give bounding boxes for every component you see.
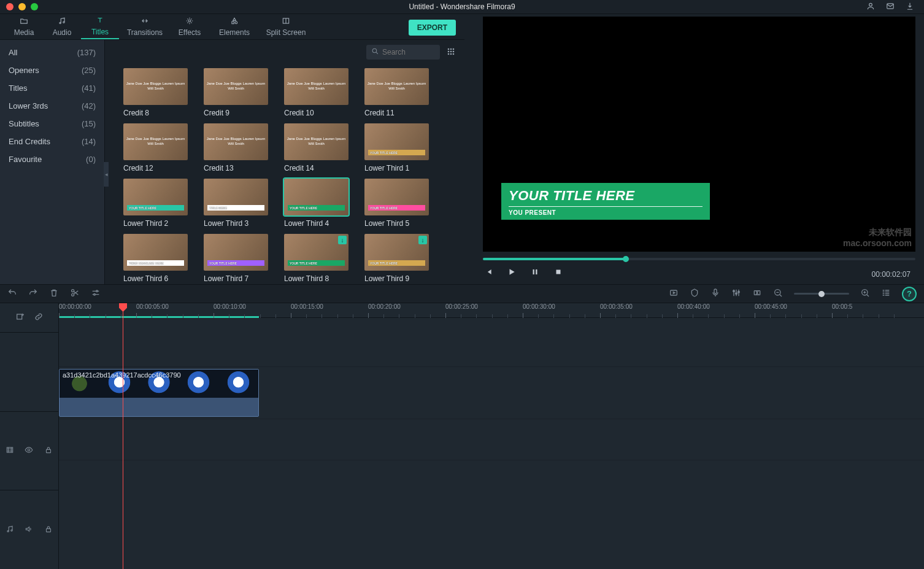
marker-button[interactable] — [690, 288, 699, 300]
title-preset-card[interactable]: Jane Doe Joe Bloggs Lauren Ipsum Will Sm… — [123, 68, 188, 117]
tab-effects[interactable]: Effects — [171, 14, 209, 39]
title-preset-card[interactable]: Jane Doe Joe Bloggs Lauren Ipsum Will Sm… — [204, 123, 268, 172]
pause-button[interactable] — [531, 268, 539, 278]
export-button[interactable]: EXPORT — [409, 20, 456, 36]
svg-point-0 — [869, 3, 872, 6]
tab-transitions[interactable]: Transitions — [119, 14, 171, 39]
voiceover-button[interactable] — [710, 288, 720, 300]
svg-point-22 — [72, 293, 74, 296]
zoom-in-button[interactable] — [860, 288, 870, 300]
video-track[interactable]: a31d3421c2bd1a439217acdcc46c3790 — [59, 367, 924, 419]
help-button[interactable]: ? — [902, 287, 917, 301]
preset-thumbnail[interactable]: Jane Doe Joe Bloggs Lauren Ipsum Will Sm… — [123, 68, 188, 105]
svg-point-2 — [60, 22, 61, 23]
preset-thumbnail[interactable]: Jane Doe Joe Bloggs Lauren Ipsum Will Sm… — [284, 68, 348, 105]
link-button[interactable] — [34, 312, 44, 323]
title-preset-card[interactable]: Jane Doe Joe Bloggs Lauren Ipsum Will Sm… — [284, 123, 348, 172]
mixer-button[interactable] — [731, 288, 741, 300]
mail-icon[interactable] — [886, 2, 895, 12]
preset-thumbnail[interactable]: YOUR TITLE HERE — [364, 123, 429, 160]
search-input[interactable] — [382, 48, 431, 56]
preset-thumbnail[interactable]: YOUR TITLE HERE↓ — [364, 234, 429, 271]
zoom-fit-button[interactable] — [881, 288, 891, 300]
title-preset-card[interactable]: Jane Doe Joe Bloggs Lauren Ipsum Will Sm… — [364, 68, 429, 117]
add-track-button[interactable] — [15, 312, 25, 323]
lock-icon[interactable] — [44, 446, 53, 456]
preset-thumbnail[interactable]: Jane Doe Joe Bloggs Lauren Ipsum Will Sm… — [123, 123, 188, 160]
speaker-icon[interactable] — [25, 525, 33, 535]
tab-audio[interactable]: Audio — [43, 14, 81, 39]
preset-thumbnail[interactable]: Jane Doe Joe Bloggs Lauren Ipsum Will Sm… — [204, 68, 268, 105]
title-preset-card[interactable]: YOUR TITLE HERELower Third 5 — [364, 179, 429, 228]
render-button[interactable] — [669, 288, 679, 300]
preset-thumbnail[interactable]: YOUR TITLE HERE↓ — [284, 234, 348, 271]
video-clip[interactable]: a31d3421c2bd1a439217acdcc46c3790 — [59, 369, 259, 417]
adjust-button[interactable] — [91, 288, 101, 300]
tab-titles[interactable]: Titles — [81, 14, 119, 39]
preset-thumbnail[interactable]: Jane Doe Joe Bloggs Lauren Ipsum Will Sm… — [364, 68, 429, 105]
sidebar-item-all[interactable]: All(137) — [0, 44, 104, 61]
title-preset-card[interactable]: Jane Doe Joe Bloggs Lauren Ipsum Will Sm… — [204, 68, 268, 117]
zoom-slider-handle[interactable] — [818, 291, 825, 297]
sidebar-item-favourite[interactable]: Favourite(0) — [0, 150, 104, 168]
playhead[interactable] — [123, 303, 123, 569]
title-preset-card[interactable]: TITLE HERELower Third 3 — [204, 179, 268, 228]
filmstrip-icon[interactable] — [6, 446, 14, 456]
text-track[interactable] — [59, 318, 924, 367]
play-button[interactable] — [507, 268, 516, 278]
tab-media[interactable]: Media — [5, 14, 43, 39]
title-preset-card[interactable]: YOUR TITLE HERELower Third 1 — [364, 123, 429, 172]
scrubber-handle[interactable] — [623, 256, 629, 262]
sidebar-item-end-credits[interactable]: End Credits(14) — [0, 133, 104, 150]
sidebar-item-openers[interactable]: Openers(25) — [0, 61, 104, 79]
delete-button[interactable] — [49, 288, 59, 300]
title-preset-card[interactable]: YOUR HEADLINE HERELower Third 6 — [123, 234, 188, 283]
redo-button[interactable] — [28, 288, 38, 300]
prev-frame-button[interactable] — [484, 268, 493, 278]
close-window-button[interactable] — [6, 3, 13, 10]
preset-thumbnail[interactable]: YOUR TITLE HERE — [204, 234, 268, 271]
preset-thumbnail[interactable]: YOUR TITLE HERE — [364, 179, 429, 215]
download-icon[interactable] — [906, 2, 914, 12]
account-icon[interactable] — [866, 2, 875, 12]
sidebar-item-subtitles[interactable]: Subtitles(15) — [0, 115, 104, 133]
grid-view-button[interactable] — [446, 47, 456, 58]
minimize-window-button[interactable] — [18, 3, 26, 10]
stop-button[interactable] — [554, 268, 563, 278]
title-preset-card[interactable]: YOUR TITLE HERELower Third 4 — [284, 179, 348, 228]
title-preset-card[interactable]: YOUR TITLE HERELower Third 7 — [204, 234, 268, 283]
tab-elements[interactable]: Elements — [209, 14, 260, 39]
zoom-slider[interactable] — [794, 293, 849, 295]
title-preset-card[interactable]: Jane Doe Joe Bloggs Lauren Ipsum Will Sm… — [284, 68, 348, 117]
preset-thumbnail[interactable]: TITLE HERE — [204, 179, 268, 215]
preview-viewport[interactable]: YOUR TITLE HERE YOU PRESENT 未来软件园 mac.or… — [483, 17, 915, 252]
music-icon[interactable] — [6, 525, 14, 535]
download-badge-icon[interactable]: ↓ — [418, 236, 427, 244]
collapse-sidebar-handle[interactable]: ◂ — [104, 162, 109, 187]
lock-icon[interactable] — [44, 525, 53, 535]
preset-thumbnail[interactable]: Jane Doe Joe Bloggs Lauren Ipsum Will Sm… — [284, 123, 348, 160]
download-badge-icon[interactable]: ↓ — [338, 236, 347, 244]
title-preset-card[interactable]: YOUR TITLE HERELower Third 2 — [123, 179, 188, 228]
crop-button[interactable] — [752, 288, 762, 300]
preset-thumbnail[interactable]: YOUR TITLE HERE — [123, 179, 188, 215]
preset-thumbnail[interactable]: Jane Doe Joe Bloggs Lauren Ipsum Will Sm… — [204, 123, 268, 160]
eye-icon[interactable] — [25, 446, 33, 456]
preview-scrubber[interactable] — [483, 258, 915, 260]
preset-thumbnail[interactable]: YOUR TITLE HERE — [284, 179, 348, 215]
svg-point-37 — [7, 530, 9, 532]
title-preset-card[interactable]: YOUR TITLE HERE↓Lower Third 9 — [364, 234, 429, 283]
split-button[interactable] — [70, 288, 80, 300]
sidebar-item-titles[interactable]: Titles(41) — [0, 79, 104, 97]
title-preset-card[interactable]: Jane Doe Joe Bloggs Lauren Ipsum Will Sm… — [123, 123, 188, 172]
audio-track[interactable] — [59, 419, 924, 460]
undo-button[interactable] — [7, 288, 17, 300]
title-preset-card[interactable]: YOUR TITLE HERE↓Lower Third 8 — [284, 234, 348, 283]
timeline-ruler[interactable]: 00:00:00:0000:00:05:0000:00:10:0000:00:1… — [59, 303, 924, 318]
tab-split-screen[interactable]: Split Screen — [260, 14, 312, 39]
zoom-out-button[interactable] — [773, 288, 783, 300]
search-box[interactable] — [366, 45, 440, 60]
preset-thumbnail[interactable]: YOUR HEADLINE HERE — [123, 234, 188, 271]
sidebar-item-lower-3rds[interactable]: Lower 3rds(42) — [0, 97, 104, 115]
maximize-window-button[interactable] — [31, 3, 38, 10]
